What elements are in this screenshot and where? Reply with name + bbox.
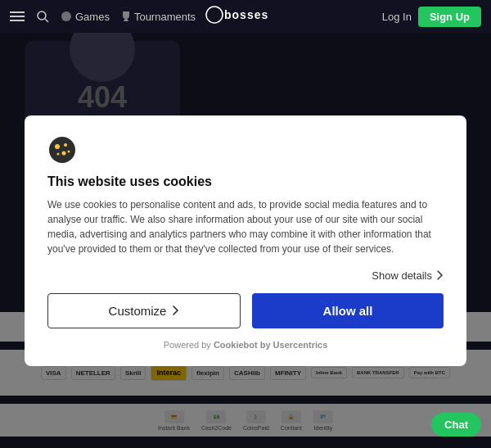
- show-details-label: Show details: [372, 269, 432, 282]
- svg-point-0: [38, 11, 46, 20]
- nav-item-games[interactable]: Games: [61, 11, 110, 23]
- svg-rect-4: [124, 20, 128, 21]
- chat-button[interactable]: Chat: [431, 413, 481, 437]
- cookie-overlay: This website uses cookies We use cookies…: [0, 33, 491, 448]
- cookiebot-logo: [47, 135, 77, 165]
- chevron-right-icon-btn: [171, 305, 179, 316]
- svg-point-9: [64, 143, 67, 147]
- cookie-footer: Powered by Cookiebot by Usercentrics: [47, 340, 444, 350]
- cookie-footer-text: Powered by: [164, 340, 214, 350]
- chevron-right-icon: [435, 269, 444, 281]
- site-logo: bosses: [205, 5, 286, 29]
- search-icon[interactable]: [36, 10, 49, 23]
- header: Games Tournaments bosses Log In Sign Up: [0, 0, 491, 33]
- cookie-modal: This website uses cookies We use cookies…: [25, 115, 466, 366]
- nav-tournaments-label: Tournaments: [134, 11, 196, 23]
- allow-all-button[interactable]: Allow all: [252, 293, 444, 328]
- header-right: Log In Sign Up: [382, 7, 481, 27]
- svg-point-10: [62, 151, 66, 155]
- svg-point-5: [206, 7, 223, 23]
- page-background: 404 NETENT PLAY'N GO NOLIMIT PRAGMATIC E…: [0, 33, 491, 448]
- svg-text:bosses: bosses: [224, 8, 268, 21]
- login-button[interactable]: Log In: [382, 11, 412, 23]
- games-icon: [61, 11, 72, 22]
- cookie-title: This website uses cookies: [47, 174, 444, 189]
- main-nav: Games Tournaments: [61, 11, 196, 23]
- nav-games-label: Games: [75, 11, 110, 23]
- signup-button[interactable]: Sign Up: [418, 7, 481, 27]
- nav-item-tournaments[interactable]: Tournaments: [121, 11, 196, 23]
- menu-icon[interactable]: [10, 11, 25, 21]
- cookiebot-link[interactable]: Cookiebot by Usercentrics: [214, 340, 327, 350]
- show-details-link[interactable]: Show details: [47, 269, 444, 282]
- header-left: Games Tournaments: [10, 10, 371, 23]
- svg-point-2: [61, 11, 71, 21]
- svg-point-11: [57, 152, 60, 155]
- customize-button[interactable]: Customize: [47, 293, 241, 328]
- svg-point-7: [49, 137, 75, 163]
- customize-label: Customize: [109, 304, 167, 318]
- trophy-icon: [121, 11, 131, 22]
- svg-rect-3: [124, 19, 128, 20]
- cookie-body: We use cookies to personalise content an…: [47, 197, 444, 256]
- svg-line-1: [45, 19, 48, 22]
- svg-point-12: [68, 150, 70, 152]
- cookie-buttons: Customize Allow all: [47, 293, 444, 328]
- svg-point-8: [55, 144, 60, 149]
